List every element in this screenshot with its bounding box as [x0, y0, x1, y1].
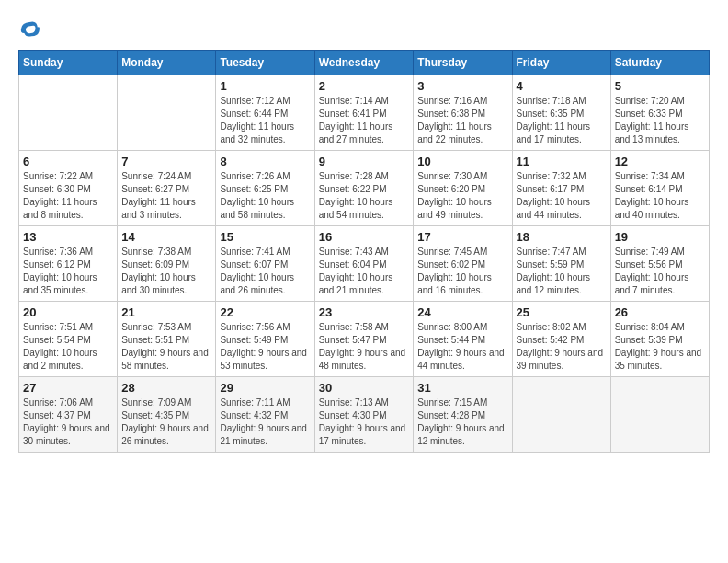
weekday-header-tuesday: Tuesday: [216, 51, 314, 75]
calendar-week-2: 6Sunrise: 7:22 AMSunset: 6:30 PMDaylight…: [19, 151, 710, 226]
day-number: 25: [517, 305, 607, 319]
day-info: Sunrise: 7:18 AMSunset: 6:35 PMDaylight:…: [517, 95, 607, 146]
day-info: Sunrise: 7:47 AMSunset: 5:59 PMDaylight:…: [517, 246, 607, 297]
calendar-table: SundayMondayTuesdayWednesdayThursdayFrid…: [18, 50, 710, 453]
calendar-cell: 20Sunrise: 7:51 AMSunset: 5:54 PMDayligh…: [19, 302, 118, 377]
day-number: 11: [517, 155, 607, 168]
day-info: Sunrise: 7:43 AMSunset: 6:04 PMDaylight:…: [319, 246, 410, 297]
day-info: Sunrise: 7:26 AMSunset: 6:25 PMDaylight:…: [220, 170, 310, 222]
calendar-cell: [19, 75, 118, 151]
day-number: 24: [417, 305, 507, 319]
calendar-body: 1Sunrise: 7:12 AMSunset: 6:44 PMDaylight…: [19, 75, 710, 453]
day-info: Sunrise: 7:24 AMSunset: 6:27 PMDaylight:…: [121, 170, 211, 222]
day-info: Sunrise: 7:22 AMSunset: 6:30 PMDaylight:…: [23, 170, 113, 222]
calendar-week-3: 13Sunrise: 7:36 AMSunset: 6:12 PMDayligh…: [19, 226, 710, 302]
day-info: Sunrise: 7:15 AMSunset: 4:28 PMDaylight:…: [417, 396, 507, 448]
weekday-header-wednesday: Wednesday: [314, 51, 414, 75]
weekday-header-sunday: Sunday: [19, 51, 118, 75]
day-number: 3: [417, 79, 507, 93]
day-number: 28: [121, 381, 211, 395]
day-info: Sunrise: 7:41 AMSunset: 6:07 PMDaylight:…: [220, 246, 310, 297]
calendar-cell: 19Sunrise: 7:49 AMSunset: 5:56 PMDayligh…: [610, 226, 709, 302]
day-number: 21: [121, 305, 211, 319]
day-number: 23: [319, 305, 410, 319]
calendar-cell: 24Sunrise: 8:00 AMSunset: 5:44 PMDayligh…: [414, 302, 512, 377]
calendar-cell: 6Sunrise: 7:22 AMSunset: 6:30 PMDaylight…: [19, 151, 118, 226]
day-number: 4: [517, 79, 607, 93]
day-number: 5: [615, 79, 705, 93]
day-number: 17: [417, 230, 507, 244]
calendar-cell: 21Sunrise: 7:53 AMSunset: 5:51 PMDayligh…: [118, 302, 216, 377]
day-number: 9: [319, 155, 410, 168]
day-number: 1: [220, 79, 310, 93]
day-number: 16: [319, 230, 410, 244]
calendar-cell: 5Sunrise: 7:20 AMSunset: 6:33 PMDaylight…: [610, 75, 709, 151]
logo-icon: [18, 18, 40, 40]
calendar-cell: 7Sunrise: 7:24 AMSunset: 6:27 PMDaylight…: [118, 151, 216, 226]
day-info: Sunrise: 7:51 AMSunset: 5:54 PMDaylight:…: [23, 321, 113, 373]
day-number: 2: [319, 79, 410, 93]
day-info: Sunrise: 7:12 AMSunset: 6:44 PMDaylight:…: [220, 95, 310, 146]
calendar-cell: 26Sunrise: 8:04 AMSunset: 5:39 PMDayligh…: [610, 302, 709, 377]
day-info: Sunrise: 7:36 AMSunset: 6:12 PMDaylight:…: [23, 246, 113, 297]
day-info: Sunrise: 7:56 AMSunset: 5:49 PMDaylight:…: [220, 321, 310, 373]
calendar-cell: 10Sunrise: 7:30 AMSunset: 6:20 PMDayligh…: [414, 151, 512, 226]
calendar-cell: [610, 377, 709, 453]
day-info: Sunrise: 8:02 AMSunset: 5:42 PMDaylight:…: [517, 321, 607, 373]
weekday-header-thursday: Thursday: [414, 51, 512, 75]
day-info: Sunrise: 8:04 AMSunset: 5:39 PMDaylight:…: [615, 321, 705, 373]
day-info: Sunrise: 7:32 AMSunset: 6:17 PMDaylight:…: [517, 170, 607, 222]
calendar-cell: 17Sunrise: 7:45 AMSunset: 6:02 PMDayligh…: [414, 226, 512, 302]
day-info: Sunrise: 7:11 AMSunset: 4:32 PMDaylight:…: [220, 396, 310, 448]
calendar-cell: 4Sunrise: 7:18 AMSunset: 6:35 PMDaylight…: [512, 75, 610, 151]
day-number: 13: [23, 230, 113, 244]
calendar-week-4: 20Sunrise: 7:51 AMSunset: 5:54 PMDayligh…: [19, 302, 710, 377]
day-number: 14: [121, 230, 211, 244]
calendar-cell: [512, 377, 610, 453]
calendar-cell: 15Sunrise: 7:41 AMSunset: 6:07 PMDayligh…: [216, 226, 314, 302]
day-info: Sunrise: 7:45 AMSunset: 6:02 PMDaylight:…: [417, 246, 507, 297]
day-number: 30: [319, 381, 410, 395]
weekday-header-friday: Friday: [512, 51, 610, 75]
calendar-cell: 16Sunrise: 7:43 AMSunset: 6:04 PMDayligh…: [314, 226, 414, 302]
calendar-cell: 31Sunrise: 7:15 AMSunset: 4:28 PMDayligh…: [414, 377, 512, 453]
day-number: 26: [615, 305, 705, 319]
day-number: 6: [23, 155, 113, 168]
day-info: Sunrise: 7:53 AMSunset: 5:51 PMDaylight:…: [121, 321, 211, 373]
day-info: Sunrise: 8:00 AMSunset: 5:44 PMDaylight:…: [417, 321, 507, 373]
day-info: Sunrise: 7:09 AMSunset: 4:35 PMDaylight:…: [121, 396, 211, 448]
weekday-header-row: SundayMondayTuesdayWednesdayThursdayFrid…: [19, 51, 710, 75]
calendar-cell: 28Sunrise: 7:09 AMSunset: 4:35 PMDayligh…: [118, 377, 216, 453]
day-number: 19: [615, 230, 705, 244]
calendar-cell: 11Sunrise: 7:32 AMSunset: 6:17 PMDayligh…: [512, 151, 610, 226]
day-info: Sunrise: 7:28 AMSunset: 6:22 PMDaylight:…: [319, 170, 410, 222]
calendar-cell: 1Sunrise: 7:12 AMSunset: 6:44 PMDaylight…: [216, 75, 314, 151]
calendar-cell: 2Sunrise: 7:14 AMSunset: 6:41 PMDaylight…: [314, 75, 414, 151]
calendar-cell: 18Sunrise: 7:47 AMSunset: 5:59 PMDayligh…: [512, 226, 610, 302]
logo: [18, 18, 44, 40]
day-info: Sunrise: 7:58 AMSunset: 5:47 PMDaylight:…: [319, 321, 410, 373]
weekday-header-monday: Monday: [118, 51, 216, 75]
day-info: Sunrise: 7:13 AMSunset: 4:30 PMDaylight:…: [319, 396, 410, 448]
calendar-cell: 14Sunrise: 7:38 AMSunset: 6:09 PMDayligh…: [118, 226, 216, 302]
day-number: 20: [23, 305, 113, 319]
calendar-cell: 25Sunrise: 8:02 AMSunset: 5:42 PMDayligh…: [512, 302, 610, 377]
calendar-cell: [118, 75, 216, 151]
day-info: Sunrise: 7:06 AMSunset: 4:37 PMDaylight:…: [23, 396, 113, 448]
day-info: Sunrise: 7:38 AMSunset: 6:09 PMDaylight:…: [121, 246, 211, 297]
calendar-cell: 27Sunrise: 7:06 AMSunset: 4:37 PMDayligh…: [19, 377, 118, 453]
day-number: 10: [417, 155, 507, 168]
day-number: 31: [417, 381, 507, 395]
calendar-week-1: 1Sunrise: 7:12 AMSunset: 6:44 PMDaylight…: [19, 75, 710, 151]
calendar-cell: 29Sunrise: 7:11 AMSunset: 4:32 PMDayligh…: [216, 377, 314, 453]
calendar-cell: 9Sunrise: 7:28 AMSunset: 6:22 PMDaylight…: [314, 151, 414, 226]
day-info: Sunrise: 7:34 AMSunset: 6:14 PMDaylight:…: [615, 170, 705, 222]
calendar-cell: 13Sunrise: 7:36 AMSunset: 6:12 PMDayligh…: [19, 226, 118, 302]
day-info: Sunrise: 7:14 AMSunset: 6:41 PMDaylight:…: [319, 95, 410, 146]
calendar-cell: 3Sunrise: 7:16 AMSunset: 6:38 PMDaylight…: [414, 75, 512, 151]
day-number: 29: [220, 381, 310, 395]
day-number: 15: [220, 230, 310, 244]
calendar-cell: 12Sunrise: 7:34 AMSunset: 6:14 PMDayligh…: [610, 151, 709, 226]
day-number: 22: [220, 305, 310, 319]
day-number: 7: [121, 155, 211, 168]
